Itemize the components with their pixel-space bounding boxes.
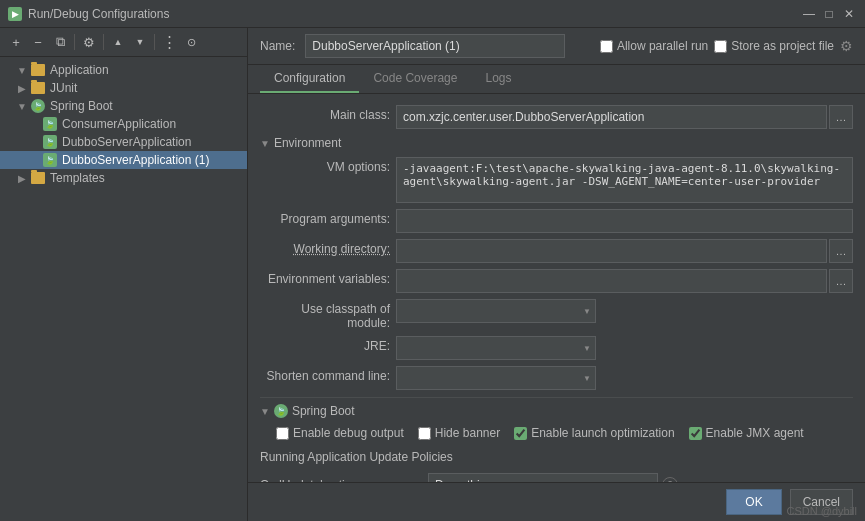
bottom-bar: OK Cancel [248,482,865,521]
config-body: Main class: … ▼ Environment VM options: … [248,94,865,482]
allow-parallel-checkbox[interactable] [600,40,613,53]
class-icon-dubbo-1: 🍃 [43,153,57,167]
watermark: CSDN @dybill [787,505,857,517]
filter-button[interactable]: ⊙ [181,32,201,52]
more-button[interactable]: ⋮ [159,32,179,52]
store-as-project-label[interactable]: Store as project file [714,39,834,53]
spring-options-row: Enable debug output Hide banner Enable l… [260,422,853,444]
enable-debug-checkbox[interactable] [276,427,289,440]
toolbar-divider-3 [154,34,155,50]
shorten-cmd-label: Shorten command line: [260,366,390,383]
name-input[interactable] [305,34,565,58]
sidebar-item-dubbo-1[interactable]: ▶ 🍃 DubboServerApplication (1) [0,151,247,169]
window-title: Run/Debug Configurations [28,7,169,21]
sidebar-item-dubbo[interactable]: ▶ 🍃 DubboServerApplication [0,133,247,151]
program-args-input[interactable] [396,209,853,233]
window-icon: ▶ [8,7,22,21]
main-class-label: Main class: [260,105,390,122]
environment-section[interactable]: ▼ Environment [260,132,853,154]
content-header: Name: Allow parallel run Store as projec… [248,28,865,65]
add-button[interactable]: + [6,32,26,52]
tab-logs[interactable]: Logs [471,65,525,93]
ok-button[interactable]: OK [726,489,781,515]
sidebar-item-spring-boot[interactable]: ▼ 🍃 Spring Boot [0,97,247,115]
expand-arrow-spring-boot: ▼ [16,100,28,112]
main-class-input-wrap: … [396,105,853,129]
header-right: Allow parallel run Store as project file… [600,38,853,54]
name-label: Name: [260,39,295,53]
expand-arrow-templates: ▶ [16,172,28,184]
tab-code-coverage[interactable]: Code Coverage [359,65,471,93]
program-args-row: Program arguments: [260,206,853,236]
shorten-cmd-row: Shorten command line: [260,363,853,393]
spring-icon-section: 🍃 [274,404,288,418]
store-as-project-checkbox[interactable] [714,40,727,53]
env-vars-input[interactable] [396,269,827,293]
spring-boot-arrow: ▼ [260,406,270,417]
jre-select[interactable] [396,336,596,360]
main-layout: + − ⧉ ⚙ ▲ ▼ ⋮ ⊙ ▼ Application ▶ JUnit [0,28,865,521]
sidebar-label-spring-boot: Spring Boot [50,99,113,113]
close-button[interactable]: ✕ [841,6,857,22]
vm-options-input[interactable]: -javaagent:F:\test\apache-skywalking-jav… [396,157,853,203]
working-dir-row: Working directory: … [260,236,853,266]
store-gear-button[interactable]: ⚙ [840,38,853,54]
sidebar-label-consumer: ConsumerApplication [62,117,176,131]
copy-button[interactable]: ⧉ [50,32,70,52]
sidebar-label-templates: Templates [50,171,105,185]
tree-area: ▼ Application ▶ JUnit ▼ 🍃 Spring Boot ▶ … [0,57,247,191]
working-dir-input-wrap: … [396,239,853,263]
hide-banner-checkbox[interactable] [418,427,431,440]
spring-boot-section[interactable]: ▼ 🍃 Spring Boot [260,397,853,422]
main-class-browse-button[interactable]: … [829,105,853,129]
env-vars-input-wrap: … [396,269,853,293]
remove-button[interactable]: − [28,32,48,52]
hide-banner-label[interactable]: Hide banner [418,426,500,440]
classpath-row: Use classpath of module: [260,296,853,333]
arrow-down-button[interactable]: ▼ [130,32,150,52]
sidebar-item-consumer[interactable]: ▶ 🍃 ConsumerApplication [0,115,247,133]
classpath-select-wrap [396,299,596,323]
sidebar-toolbar: + − ⧉ ⚙ ▲ ▼ ⋮ ⊙ [0,28,247,57]
working-dir-label: Working directory: [260,239,390,256]
working-dir-browse-button[interactable]: … [829,239,853,263]
main-class-input[interactable] [396,105,827,129]
enable-launch-label[interactable]: Enable launch optimization [514,426,674,440]
enable-launch-checkbox[interactable] [514,427,527,440]
env-vars-row: Environment variables: … [260,266,853,296]
classpath-label: Use classpath of module: [260,299,390,330]
sidebar-item-application[interactable]: ▼ Application [0,61,247,79]
working-dir-input[interactable] [396,239,827,263]
sidebar-label-dubbo-1: DubboServerApplication (1) [62,153,209,167]
window-controls: — □ ✕ [801,6,857,22]
sidebar-item-templates[interactable]: ▶ Templates [0,169,247,187]
shorten-cmd-select[interactable] [396,366,596,390]
enable-debug-label[interactable]: Enable debug output [276,426,404,440]
title-bar: ▶ Run/Debug Configurations — □ ✕ [0,0,865,28]
env-vars-browse-button[interactable]: … [829,269,853,293]
class-icon-dubbo: 🍃 [43,135,57,149]
minimize-button[interactable]: — [801,6,817,22]
tabs: Configuration Code Coverage Logs [248,65,865,94]
arrow-up-button[interactable]: ▲ [108,32,128,52]
enable-jmx-label[interactable]: Enable JMX agent [689,426,804,440]
jre-select-wrap [396,336,596,360]
update-policies: Running Application Update Policies On '… [260,444,853,482]
enable-jmx-checkbox[interactable] [689,427,702,440]
content-area: Name: Allow parallel run Store as projec… [248,28,865,521]
folder-icon-templates [31,172,45,184]
settings-button[interactable]: ⚙ [79,32,99,52]
environment-label: Environment [274,136,341,150]
expand-arrow-application: ▼ [16,64,28,76]
jre-label: JRE: [260,336,390,353]
sidebar-item-junit[interactable]: ▶ JUnit [0,79,247,97]
maximize-button[interactable]: □ [821,6,837,22]
allow-parallel-label[interactable]: Allow parallel run [600,39,708,53]
vm-options-label: VM options: [260,157,390,174]
folder-icon-application [31,64,45,76]
classpath-select[interactable] [396,299,596,323]
spring-icon-springboot: 🍃 [31,99,45,113]
tab-configuration[interactable]: Configuration [260,65,359,93]
update-action-select[interactable]: Do nothing Update classes and resources … [428,473,658,482]
environment-arrow: ▼ [260,138,270,149]
